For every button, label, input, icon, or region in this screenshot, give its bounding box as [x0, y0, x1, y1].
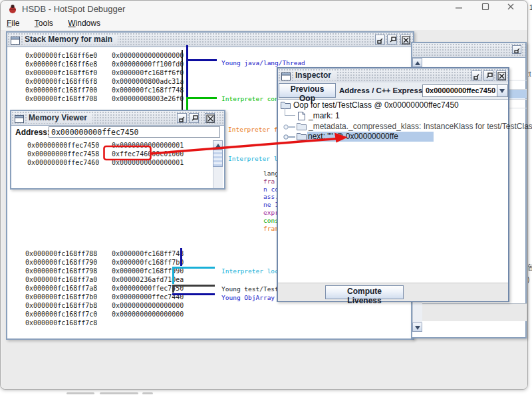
memory-address: 0x000000fc168ff708: [25, 95, 97, 102]
address-value: 0x000000000ffec7450: [51, 128, 139, 137]
scroll-down-button[interactable]: [412, 323, 422, 332]
annotation-young-objarray: Young ObjArray @: [221, 294, 283, 301]
bracket-line: [180, 248, 182, 266]
young-thread-bracket: [186, 59, 217, 61]
memory-address: 0x000000fc168ff7b8: [25, 302, 97, 309]
maximize-button[interactable]: [474, 2, 497, 15]
memory-value: 0x000000fc168ff6f0: [112, 69, 184, 76]
interp-local-bracket: [172, 267, 174, 284]
expression-input[interactable]: 0x00000000ffec7450: [422, 84, 497, 97]
previous-oop-button[interactable]: Previous Oop: [279, 83, 336, 98]
young-test-bracket: [172, 285, 174, 293]
close-button[interactable]: [499, 2, 522, 15]
menu-windows[interactable]: Windows: [62, 17, 106, 28]
memory-viewer-title: Memory Viewer: [27, 113, 92, 123]
interp-cons-bracket: [186, 97, 188, 110]
memory-address: 0x000000fc168ff790: [25, 259, 97, 266]
memory-address: 0x000000fc168ff6e8: [25, 61, 97, 68]
title-bar[interactable]: HSDB - HotSpot Debugger: [1, 1, 527, 17]
menu-tools[interactable]: Tools: [29, 17, 59, 28]
inspector-button-panel: Compute Liveness: [278, 283, 508, 301]
annotation-young-thread: Young java/lang/Thread: [221, 59, 305, 66]
memory-value: 0x00000008003e26f0: [112, 95, 184, 102]
compute-liveness-button[interactable]: Compute Liveness: [325, 285, 404, 299]
tree-item-label: Oop for test/TestClass @ 0x00000000ffec7…: [293, 100, 459, 110]
internal-frame-icon: [11, 35, 20, 47]
memory-address: 0x000000fc168ff7b0: [25, 293, 97, 301]
memory-value: 0x000000fc168ff748: [112, 86, 184, 94]
maximize-icon[interactable]: [189, 113, 199, 123]
title-texture: [412, 43, 525, 57]
memory-address: 0x000000fc168ff7c0: [25, 311, 97, 318]
memory-value: 0x0000000000000001: [112, 142, 184, 149]
expression-value: 0x00000000ffec7450: [426, 86, 495, 94]
background-button-panel: [422, 303, 527, 321]
close-icon[interactable]: [400, 35, 410, 45]
young-test-bracket: [172, 285, 215, 287]
clipped-caption-bar: [100, 392, 138, 394]
memory-viewer-frame: Memory Viewer Address: 0x000000000ffec74…: [10, 110, 225, 190]
menu-file[interactable]: File: [1, 17, 25, 28]
maximize-icon[interactable]: [387, 35, 397, 45]
iconify-icon[interactable]: [375, 35, 385, 45]
scroll-up-button[interactable]: [412, 58, 422, 67]
background-frame-title-bar[interactable]: [412, 43, 525, 58]
hsdb-app-icon: [7, 3, 18, 17]
iconify-icon[interactable]: [177, 113, 187, 123]
scroll-up-button[interactable]: [213, 140, 223, 150]
folder-icon: [296, 132, 307, 143]
frame-extent-line: [182, 50, 183, 110]
close-icon[interactable]: [205, 113, 215, 123]
interp-local-bracket: [172, 267, 215, 269]
tree-item-oop[interactable]: Oop for test/TestClass @ 0x00000000ffec7…: [278, 100, 507, 110]
iconify-icon[interactable]: [512, 45, 521, 54]
memory-address: 0x000000fc168ff798: [25, 267, 97, 275]
annotation-interp-local-low: Interpreter loca: [221, 267, 283, 275]
tree-item-label: _metadata._compressed_klass: InstanceKla…: [309, 122, 532, 131]
annotation-fragment: fra: [263, 178, 275, 185]
tree-item-mark[interactable]: _mark: 1: [278, 110, 507, 121]
clipped-caption-bar: [66, 392, 94, 394]
young-objarray-bracket: [172, 293, 215, 295]
memory-address: 0x000000fc168ff700: [25, 86, 97, 94]
clipped-caption-bar: [142, 392, 153, 394]
memory-value: 0x0000000000000001: [112, 159, 184, 166]
memory-value: 0x0000000000000000: [112, 311, 184, 318]
memory-value: 0x000000fc168ff7b0: [112, 259, 184, 266]
annotation-interp-cons: Interpreter cons: [221, 95, 283, 102]
iconify-icon[interactable]: [471, 70, 481, 80]
memory-value: 0x000000fc168ff748: [112, 250, 184, 257]
inspector-frame: Inspector Previous Oop Address / C++ Exp…: [277, 67, 509, 302]
memory-address: 0x000000fc168ff7c8: [25, 319, 97, 327]
memory-value: 0x0000000800adc31a: [112, 78, 184, 85]
interp-cons-bracket: [186, 97, 217, 99]
inspector-toolbar: Previous Oop Address / C++ Expression: 0…: [278, 82, 508, 100]
tree-item-metadata[interactable]: _metadata._compressed_klass: InstanceKla…: [278, 121, 507, 132]
annotation-young-test: Young test/TestC: [221, 285, 283, 293]
expression-dropdown-button[interactable]: [497, 84, 508, 97]
memory-value: 0xffec746000c01000: [112, 150, 184, 158]
expand-handle-icon: [283, 133, 296, 142]
page-edge-fragment-title: 1: [529, 4, 532, 11]
scrollbar-thumb[interactable]: [213, 150, 223, 167]
internal-frame-icon: [281, 71, 291, 83]
memory-address: 0x000000fc168ff7a0: [25, 276, 97, 283]
background-selected-row: [508, 90, 527, 98]
inspector-title: Inspector: [294, 70, 336, 80]
close-icon[interactable]: [496, 70, 506, 80]
address-input[interactable]: 0x000000000ffec7450: [49, 126, 220, 138]
stack-memory-title: Stack Memory for main: [23, 35, 118, 45]
memory-address: 0x00000000ffec7450: [27, 142, 99, 149]
memory-viewer-title-bar[interactable]: Memory Viewer: [11, 111, 224, 126]
inspector-title-bar[interactable]: Inspector: [278, 68, 508, 83]
memory-address: 0x000000fc168ff6f8: [25, 78, 97, 85]
hsdb-main-window: HSDB - HotSpot Debugger File Tools Windo…: [0, 0, 528, 390]
tree-item-next[interactable]: next: "" @ 0x00000000ffe: [278, 131, 507, 142]
memory-address: 0x000000fc168ff6f0: [25, 69, 97, 76]
maximize-icon[interactable]: [483, 70, 493, 80]
window-title: HSDB - HotSpot Debugger: [22, 4, 125, 14]
memory-address: 0x00000000ffec7460: [27, 159, 99, 166]
tree-item-label: _mark: 1: [309, 111, 340, 120]
minimize-button[interactable]: [448, 2, 470, 15]
stack-memory-title-bar[interactable]: Stack Memory for main: [7, 33, 413, 47]
